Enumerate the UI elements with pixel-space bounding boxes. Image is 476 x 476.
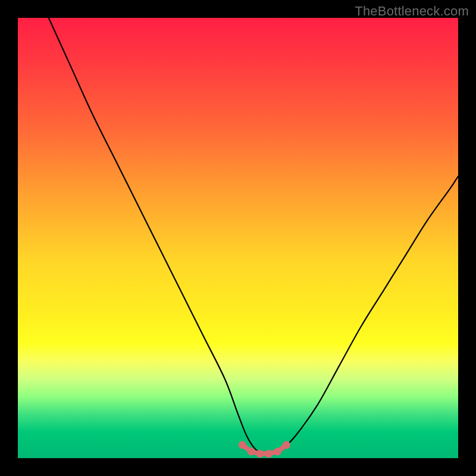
watermark-text: TheBottleneck.com <box>355 4 469 19</box>
chart-frame: TheBottleneck.com <box>0 0 476 476</box>
optimal-band-markers <box>239 441 290 458</box>
curve-svg <box>18 18 458 458</box>
optimal-marker <box>274 447 281 455</box>
optimal-marker <box>256 450 264 458</box>
plot-area <box>18 18 458 458</box>
optimal-marker <box>248 447 255 455</box>
optimal-marker <box>239 441 246 449</box>
optimal-marker <box>283 441 290 449</box>
optimal-marker <box>265 450 273 458</box>
bottleneck-curve <box>49 18 458 455</box>
